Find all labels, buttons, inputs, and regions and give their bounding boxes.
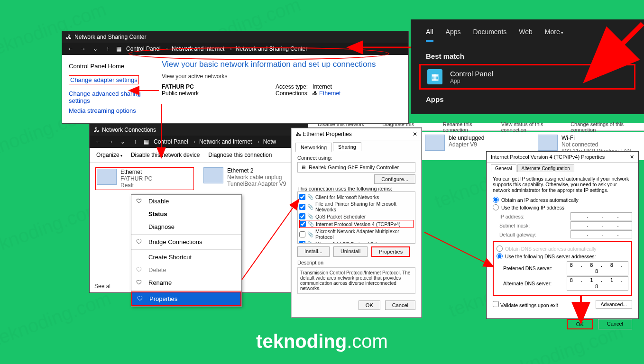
cancel-button[interactable]: Cancel bbox=[598, 319, 632, 329]
close-icon[interactable]: ✕ bbox=[413, 131, 417, 137]
up-icon[interactable]: ↑ bbox=[131, 138, 139, 145]
separator bbox=[131, 290, 241, 291]
access-label: Access type: bbox=[276, 83, 308, 90]
desc-label: Description bbox=[297, 260, 415, 265]
tab-networking[interactable]: Networking bbox=[295, 143, 332, 152]
change-adv-link[interactable]: Change advanced sharing settings bbox=[69, 90, 146, 104]
radio-static-dns[interactable] bbox=[497, 253, 503, 259]
forward-icon[interactable]: → bbox=[79, 46, 87, 52]
protocol-list[interactable]: 📎Client for Microsoft Networks 📎File and… bbox=[297, 191, 415, 244]
cancel-button[interactable]: Cancel bbox=[385, 300, 415, 310]
ctx-disable[interactable]: Disable bbox=[131, 195, 241, 208]
tab-alt[interactable]: Alternate Configuration bbox=[517, 164, 574, 172]
bc-control-panel[interactable]: Control Panel bbox=[126, 46, 168, 52]
tab-sharing[interactable]: Sharing bbox=[333, 142, 361, 151]
adapter-context-menu: Disable Status Diagnose Bridge Connectio… bbox=[131, 194, 242, 307]
bc-network-internet[interactable]: Network and Internet bbox=[172, 46, 232, 52]
gateway-field: . . . bbox=[570, 230, 632, 238]
change-adapter-link[interactable]: Change adapter settings bbox=[69, 75, 139, 84]
properties-button[interactable]: Properties bbox=[371, 246, 410, 257]
adapter-ethernet2[interactable]: Ethernet 2 Network cable unplug TunnelBe… bbox=[203, 167, 302, 190]
chk[interactable] bbox=[299, 194, 305, 200]
change-settings[interactable]: Change settings of this connection bbox=[570, 121, 640, 133]
chk[interactable] bbox=[299, 213, 305, 219]
cp-icon: ▦ bbox=[144, 138, 149, 145]
nic-icon: 🖥 bbox=[301, 164, 306, 170]
list-item[interactable]: File and Printer Sharing for Microsoft N… bbox=[315, 201, 414, 212]
nsc-heading: View your basic network information and … bbox=[162, 60, 399, 69]
diagnose[interactable]: Diagnose this connection bbox=[208, 152, 272, 158]
media-streaming-link[interactable]: Media streaming options bbox=[69, 107, 146, 114]
list-item-ipv4[interactable]: Internet Protocol Version 4 (TCP/IPv4) bbox=[316, 221, 401, 227]
search-tab-all[interactable]: All bbox=[426, 28, 433, 42]
adapter-icon bbox=[425, 135, 445, 151]
breadcrumb[interactable]: Control Panel Network and Internet Netwo… bbox=[126, 46, 311, 52]
search-result-control-panel[interactable]: Control Panel App bbox=[419, 64, 635, 90]
chk[interactable] bbox=[299, 231, 305, 237]
organize-menu[interactable]: Organize bbox=[96, 152, 122, 158]
ctx-shortcut[interactable]: Create Shortcut bbox=[131, 251, 241, 264]
chk[interactable] bbox=[299, 204, 305, 210]
close-icon[interactable]: ✕ bbox=[630, 154, 634, 160]
wifi-name: Wi-Fi bbox=[561, 135, 639, 141]
adns-label: Alternate DNS server: bbox=[503, 281, 552, 286]
nsc-titlebar: 🖧 Network and Sharing Center bbox=[62, 31, 408, 43]
install-button[interactable]: Install... bbox=[297, 246, 330, 257]
back-icon[interactable]: ← bbox=[94, 138, 102, 145]
list-item[interactable]: Microsoft LLDP Protocol Driver bbox=[315, 241, 384, 244]
uninstall-button[interactable]: Uninstall bbox=[333, 246, 368, 257]
search-tab-more[interactable]: More bbox=[545, 28, 563, 42]
pdns-field[interactable]: 8 . 8 . 8 . 8 bbox=[567, 261, 628, 275]
adns-field[interactable]: 8 . 1 . 1 . 8 bbox=[567, 276, 628, 291]
pdns-label: Preferred DNS server: bbox=[503, 265, 552, 271]
radio-auto-ip[interactable] bbox=[493, 197, 499, 203]
bc-cp[interactable]: Control Panel bbox=[154, 138, 195, 145]
radio-static-ip[interactable] bbox=[493, 204, 499, 210]
advanced-button[interactable]: Advanced... bbox=[596, 300, 632, 309]
ctx-rename[interactable]: Rename bbox=[131, 276, 241, 289]
wifi-icon bbox=[538, 135, 558, 151]
chk[interactable] bbox=[299, 241, 305, 244]
search-tab-apps[interactable]: Apps bbox=[446, 28, 461, 42]
bc-nc[interactable]: Netw bbox=[263, 138, 280, 145]
ctx-diagnose[interactable]: Diagnose bbox=[131, 220, 241, 233]
adapter-ethernet[interactable]: Ethernet FATHUR PC Realt bbox=[95, 167, 194, 190]
adapter-icon bbox=[203, 167, 223, 183]
network-icon: 🖧 bbox=[66, 34, 72, 40]
recent-icon[interactable]: ⌄ bbox=[92, 46, 99, 52]
ok-button[interactable]: OK bbox=[567, 319, 593, 329]
back-icon[interactable]: ← bbox=[67, 46, 74, 52]
configure-button[interactable]: Configure... bbox=[374, 174, 415, 184]
disable-device[interactable]: Disable this network device bbox=[131, 152, 200, 158]
subnet-label: Subnet mask: bbox=[499, 223, 530, 228]
rename[interactable]: Rename this connection bbox=[443, 121, 492, 133]
recent-icon[interactable]: ⌄ bbox=[119, 138, 127, 145]
breadcrumb[interactable]: Control Panel Network and Internet Netw bbox=[154, 138, 280, 145]
bc-ni[interactable]: Network and Internet bbox=[199, 138, 259, 145]
cp-home-link[interactable]: Control Panel Home bbox=[69, 63, 146, 70]
up-icon[interactable]: ↑ bbox=[104, 46, 111, 52]
chk[interactable] bbox=[300, 221, 306, 227]
list-item[interactable]: QoS Packet Scheduler bbox=[315, 214, 366, 219]
nsc-title: Network and Sharing Center bbox=[74, 34, 146, 40]
search-tab-web[interactable]: Web bbox=[519, 28, 533, 42]
view-status[interactable]: View status of this connection bbox=[501, 121, 561, 133]
bc-nsc[interactable]: Network and Sharing Center bbox=[236, 46, 311, 52]
list-item[interactable]: Client for Microsoft Networks bbox=[315, 194, 379, 200]
radio-auto-dns[interactable] bbox=[497, 246, 503, 252]
tab-general[interactable]: General bbox=[491, 164, 516, 172]
ok-button[interactable]: OK bbox=[359, 300, 380, 310]
ctx-status[interactable]: Status bbox=[131, 208, 241, 220]
validate-checkbox[interactable] bbox=[493, 301, 499, 307]
forward-icon[interactable]: → bbox=[107, 138, 114, 145]
separator bbox=[131, 234, 241, 235]
connection-ethernet-link[interactable]: Ethernet bbox=[319, 90, 340, 97]
list-item[interactable]: Microsoft Network Adapter Multiplexor Pr… bbox=[315, 228, 414, 240]
network-icon: 🖧 bbox=[93, 127, 99, 133]
search-tab-documents[interactable]: Documents bbox=[473, 28, 506, 42]
ctx-properties[interactable]: Properties bbox=[131, 291, 241, 306]
wifi-state: Not connected bbox=[561, 141, 639, 148]
ctx-bridge[interactable]: Bridge Connections bbox=[131, 236, 241, 248]
r1-label: Obtain an IP address automatically bbox=[501, 197, 579, 203]
adapter-hw: Realt bbox=[120, 182, 152, 189]
